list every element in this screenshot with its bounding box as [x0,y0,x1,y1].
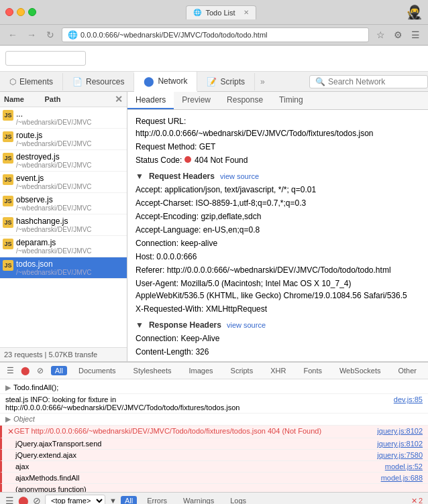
minimize-button[interactable] [17,8,25,16]
page-search-input[interactable] [5,51,86,66]
file-info: event.js /~wbednarski/DEV/JMVC [16,174,124,190]
file-list-item[interactable]: JS observe.js /~wbednarski/DEV/JMVC [0,193,127,214]
console-list-icon[interactable]: ☰ [5,365,15,377]
tab-timing[interactable]: Timing [271,92,311,109]
tab-scripts[interactable]: 📝 Scripts [197,73,255,90]
console-text: Object [13,415,423,423]
tab-preview[interactable]: Preview [174,92,219,109]
console-sub-line: jQuery.extend.ajax jquery.js:7580 [0,450,428,461]
detail-panel: Headers Preview Response Timing Request … [127,92,428,361]
filter-stylesheets-button[interactable]: Stylesheets [127,365,178,376]
close-panel-button[interactable]: ✕ [115,94,123,104]
request-headers-toggle[interactable]: ▼ [136,172,144,181]
file-list-item[interactable]: JS route.js /~wbednarski/DEV/JMVC [0,129,127,150]
status-dot [184,156,191,163]
close-button[interactable] [5,8,13,16]
settings-button[interactable]: ⚙ [390,27,405,42]
expand-arrow[interactable]: ▶ [5,415,11,424]
forward-button[interactable]: → [24,27,39,42]
tab-resources[interactable]: 📄 Resources [63,73,134,90]
request-headers-title: Request Headers [149,172,215,181]
file-panel: Name Path ✕ JS ... /~wbednarski/DEV/JMVC… [0,92,127,361]
request-headers-section: ▼ Request Headers view source [136,172,420,181]
response-headers-title: Response Headers [149,320,221,330]
file-list-item[interactable]: JS destroyed.js /~wbednarski/DEV/JMVC [0,150,127,172]
filter-fonts-button[interactable]: Fonts [297,365,328,376]
tab-response[interactable]: Response [219,92,271,109]
more-tabs-button[interactable]: » [255,73,270,90]
filter-documents-button[interactable]: Documents [72,365,122,376]
resp-content-length-row: Content-Length: 326 [136,346,420,358]
file-type-icon: JS [3,110,13,121]
request-url-row: Request URL: http://0.0.0.0:666/~wbednar… [136,115,420,139]
console-sub-line: ajax model.js:52 [0,461,428,472]
tab-network[interactable]: ⬤ Network [134,72,197,92]
filter-all-button[interactable]: All [51,366,67,375]
tab-elements[interactable]: ⬡ Elements [0,73,63,90]
console-source[interactable]: model.js:52 [385,462,423,470]
bookmark-button[interactable]: ☆ [373,27,388,42]
bottom-filter-all[interactable]: All [121,496,137,504]
frame-selector[interactable]: <top frame> [45,495,105,504]
request-headers-content: Accept: application/json, text/javascrip… [136,184,420,315]
maximize-button[interactable] [28,8,36,16]
console-text: jQuery.ajaxTransport.send [15,440,372,448]
resp-connection-row: Connection: Keep-Alive [136,332,420,344]
tab-close-button[interactable]: ✕ [244,9,249,16]
file-name: deparam.js [16,238,124,247]
tab-headers[interactable]: Headers [127,92,174,109]
status-code-value: 404 Not Found [195,155,248,165]
console-source[interactable]: dev.js:85 [394,395,423,403]
response-headers-source-link[interactable]: view source [227,321,266,329]
filter-xhr-button[interactable]: XHR [264,365,292,376]
bottom-logs-btn[interactable]: Logs [224,495,252,504]
browser-tab[interactable]: 🌐 Todo List ✕ [186,5,256,19]
back-button[interactable]: ← [5,27,20,42]
filter-images-button[interactable]: Images [182,365,219,376]
status-code-label: Status Code: [136,155,184,165]
console-source[interactable]: jquery.js:8102 [377,440,423,448]
filter-other-button[interactable]: Other [392,365,423,376]
expand-arrow[interactable]: ▶ [5,383,11,392]
console-content: ▶ Todo.findAll(); steal.js INFO: looking… [0,379,428,492]
request-headers-source-link[interactable]: view source [220,172,259,180]
request-url-label: Request URL: [136,117,186,126]
file-list-item[interactable]: JS deparam.js /~wbednarski/DEV/JMVC [0,236,127,257]
console-line: ▶ Todo.findAll(); [0,382,428,394]
file-info: deparam.js /~wbednarski/DEV/JMVC [16,238,124,255]
reload-button[interactable]: ↻ [43,27,58,42]
file-list-item[interactable]: JS ... /~wbednarski/DEV/JMVC [0,107,127,129]
list-view-icon[interactable]: ☰ [5,495,14,504]
connection-row: Connection: keep-alive [136,237,420,249]
request-method-row: Request Method: GET [136,141,420,153]
bottom-errors-btn[interactable]: Errors [141,495,173,504]
file-list-item[interactable]: JS todos.json /~wbednarski/DEV/JMVC [0,257,127,279]
file-list-item[interactable]: JS hashchange.js /~wbednarski/DEV/JMVC [0,214,127,236]
file-list-item[interactable]: JS event.js /~wbednarski/DEV/JMVC [0,172,127,193]
block-icon[interactable]: ⊘ [33,495,41,504]
bottom-bar-left: ☰ ⬤ ⊘ <top frame> ▼ All Errors Warnings … [5,495,252,504]
record-icon[interactable]: ⬤ [18,495,29,504]
console-error-line: ✕ GET http://0.0.0.0:666/~wbednarski/DEV… [0,426,428,438]
console-source[interactable]: jquery.js:7580 [377,451,423,459]
filter-websockets-button[interactable]: WebSockets [333,365,387,376]
filter-scripts-button[interactable]: Scripts [225,365,260,376]
console-source[interactable]: model.js:688 [381,474,423,482]
request-url-value: http://0.0.0.0:666/~wbednarski/DEV/JMVC/… [136,129,374,138]
referer-row: Referer: http://0.0.0.0:666/~wbednarski/… [136,264,420,276]
file-info: route.js /~wbednarski/DEV/JMVC [16,131,124,147]
response-headers-toggle[interactable]: ▼ [136,320,144,330]
console-text: steal.js INFO: looking for fixture in ht… [5,395,388,412]
menu-button[interactable]: ☰ [408,27,423,42]
network-search-input[interactable] [328,77,422,86]
console-record-icon[interactable]: ⬤ [21,365,31,377]
file-name: hashchange.js [16,216,124,226]
address-bar[interactable]: 🌐 0.0.0.0:666/~wbednarski/DEV/JMVC/Todo/… [62,27,369,42]
request-method-label: Request Method: [136,142,199,151]
console-source[interactable]: jquery.js:8102 [377,427,423,435]
bottom-warnings-btn[interactable]: Warnings [177,495,220,504]
tab-icon: 🌐 [193,9,201,16]
host-row: Host: 0.0.0.0:666 [136,251,420,263]
scripts-icon: 📝 [207,77,217,86]
console-clear-icon[interactable]: ⊘ [36,365,46,377]
